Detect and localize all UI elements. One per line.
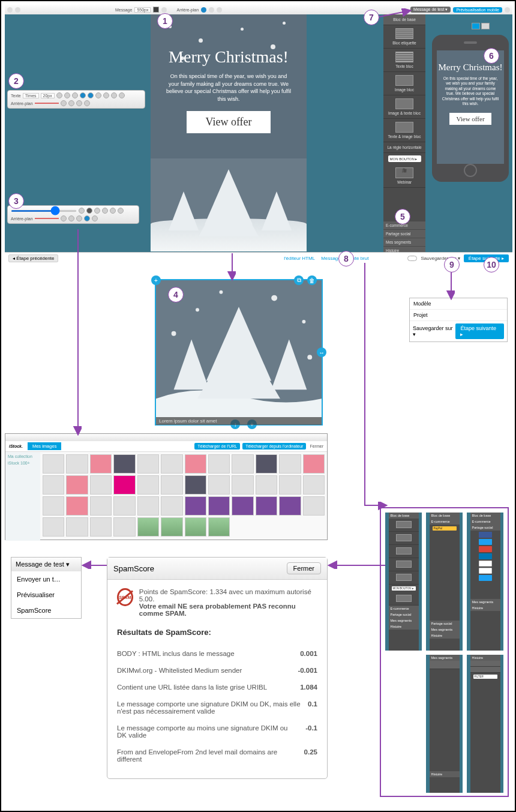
save-footer-save[interactable]: Sauvegarder sur ▾ bbox=[413, 325, 455, 337]
close-browser-link[interactable]: Fermer bbox=[310, 444, 323, 448]
block-item-text-img[interactable]: Texte & image bloc bbox=[383, 119, 425, 142]
istock-logo: iStock. bbox=[9, 444, 23, 448]
dd-item-send[interactable]: Envoyer un t… bbox=[11, 571, 81, 587]
block-item-texte[interactable]: Texte bloc bbox=[383, 49, 425, 72]
blocks-header: Bloc de base bbox=[383, 14, 425, 25]
bg-circle-icon[interactable] bbox=[201, 7, 206, 13]
fb-share-icon[interactable] bbox=[479, 532, 492, 538]
callout-2: 2 bbox=[8, 73, 24, 89]
tw-share-icon[interactable] bbox=[479, 539, 492, 545]
toolbar-label-message: Message bbox=[115, 8, 132, 12]
landscape-icon[interactable] bbox=[481, 23, 490, 29]
power-icon[interactable] bbox=[505, 7, 510, 13]
phone-orientation-toggle[interactable] bbox=[472, 23, 490, 29]
side-link-istock[interactable]: iStock 100+ bbox=[8, 461, 38, 465]
callout-4: 4 bbox=[168, 287, 184, 302]
tb2-label-texte: Texte bbox=[11, 94, 21, 98]
size-slider[interactable] bbox=[11, 210, 77, 212]
history-fwd-icon[interactable] bbox=[15, 7, 20, 13]
test-message-button[interactable]: Message de test ▾ bbox=[410, 7, 451, 13]
svg-point-15 bbox=[307, 355, 312, 359]
svg-marker-2 bbox=[169, 191, 199, 230]
portrait-icon[interactable] bbox=[472, 23, 480, 29]
blocks-footer-segments[interactable]: Mes segments bbox=[383, 238, 425, 246]
bg-circle-icon-3[interactable] bbox=[217, 7, 222, 13]
browser-sidebar: Ma collection iStock 100+ bbox=[5, 452, 40, 541]
bg-circle-icon-2[interactable] bbox=[209, 7, 214, 13]
canvas-body[interactable]: On this special time of the year, we wis… bbox=[151, 67, 307, 111]
g-share-icon[interactable] bbox=[479, 546, 492, 552]
image-caption[interactable]: Lorem ipsum dolor sit amet bbox=[156, 417, 322, 425]
dd-item-spamscore[interactable]: SpamScore bbox=[11, 603, 81, 618]
email-canvas[interactable]: Merry Christmas! On this special time of… bbox=[151, 14, 307, 251]
svg-marker-3 bbox=[262, 191, 292, 230]
dd-item-preview[interactable]: Prévisualiser bbox=[11, 587, 81, 603]
no-spam-icon: SPAM bbox=[117, 588, 133, 606]
image-icon bbox=[395, 75, 413, 86]
dd-header[interactable]: Message de test ▾ bbox=[11, 558, 81, 571]
image-format-toolbar[interactable]: Arrière-plan bbox=[7, 205, 139, 224]
save-footer-next[interactable]: Étape suivante ▸ bbox=[455, 323, 504, 339]
phone-cta: View offer bbox=[449, 113, 491, 125]
svg-point-10 bbox=[196, 308, 199, 311]
canvas-title[interactable]: Merry Christmas! bbox=[151, 47, 307, 67]
blocks-footer-social[interactable]: Partage social bbox=[383, 229, 425, 238]
image-browser: iStock. Mes images Télécharger de l'URL … bbox=[5, 433, 328, 540]
thumb[interactable] bbox=[43, 454, 64, 474]
delete-handle-icon[interactable]: 🗑 bbox=[307, 275, 317, 285]
hero-image[interactable] bbox=[151, 158, 307, 251]
resize-right-icon[interactable]: ↔ bbox=[317, 347, 326, 357]
save-row-modele[interactable]: Modèle bbox=[410, 298, 507, 310]
text-format-toolbar[interactable]: Texte Times 20px Arrière-plan bbox=[7, 90, 145, 109]
email-editor: Message 550px Arrière-plan Message de te… bbox=[5, 5, 512, 264]
my-images-tab[interactable]: Mes images bbox=[28, 442, 61, 450]
spam-close-button[interactable]: Fermer bbox=[287, 562, 321, 574]
webinar-icon: 🎥 bbox=[395, 167, 413, 178]
spamscore-panel: SpamScore Fermer SPAM Points de SpamScor… bbox=[107, 557, 328, 779]
callout-7: 7 bbox=[364, 10, 379, 25]
block-item-img-text[interactable]: Image & texte bloc bbox=[383, 95, 425, 119]
svg-marker-1 bbox=[199, 181, 259, 236]
bg-line-icon[interactable] bbox=[35, 103, 59, 104]
side-link-collection[interactable]: Ma collection bbox=[8, 454, 38, 459]
phone-body: On this special time of the year, we wis… bbox=[437, 73, 504, 110]
width-value[interactable]: 550px bbox=[134, 7, 151, 13]
phone-screen: Merry Christmas! On this special time of… bbox=[437, 50, 504, 164]
sidebar-panels-overview: Bloc de base MON BOUTON ▸ E-commerce Par… bbox=[380, 507, 509, 797]
mon-bouton-button[interactable]: MON BOUTON ▸ bbox=[388, 155, 421, 162]
editor-toolbar: Message 550px Arrière-plan Message de te… bbox=[5, 5, 512, 14]
panel-social: Bloc de base E-commerce Partage social M… bbox=[467, 513, 503, 651]
prev-step-button[interactable]: ◂ Étape précédente bbox=[8, 254, 58, 262]
panel-history: Histoire FILTER bbox=[467, 655, 503, 793]
block-item-image[interactable]: Image bloc bbox=[383, 72, 425, 95]
history-back-icon[interactable] bbox=[7, 7, 13, 13]
test-message-dropdown: Message de test ▾ Envoyer un t… Prévisua… bbox=[11, 557, 82, 619]
callout-1: 1 bbox=[157, 13, 173, 29]
align-icon[interactable] bbox=[56, 92, 62, 98]
in-share-icon[interactable] bbox=[479, 553, 492, 559]
mobile-preview-button[interactable]: Prévisualisation mobile bbox=[453, 7, 502, 13]
toggle-icon[interactable] bbox=[407, 256, 417, 261]
html-editor-link[interactable]: l'éditeur HTML bbox=[284, 256, 315, 261]
block-item-etiquette[interactable]: Bloc etiquette bbox=[383, 25, 425, 49]
upload-file-button[interactable]: Télécharger depuis l'ordinateur bbox=[242, 443, 306, 450]
upload-url-button[interactable]: Télécharger de l'URL bbox=[194, 443, 240, 450]
callout-8: 8 bbox=[338, 251, 354, 266]
svg-point-12 bbox=[302, 320, 305, 323]
toolbar-label-bg: Arrière-plan bbox=[176, 8, 199, 12]
block-item-rule[interactable]: La règle horizontale bbox=[383, 142, 425, 153]
svg-point-13 bbox=[219, 290, 223, 294]
cta-button[interactable]: View offer bbox=[187, 111, 271, 133]
block-item-webinar[interactable]: 🎥Webinar bbox=[383, 164, 425, 188]
save-row-projet[interactable]: Projet bbox=[410, 310, 507, 321]
delete-icon[interactable] bbox=[86, 208, 92, 214]
callout-5: 5 bbox=[395, 209, 410, 224]
callout-10: 10 bbox=[484, 257, 499, 272]
spam-intro-1: Points de SpamScore: 1.334 avec un maxim… bbox=[139, 588, 317, 603]
spam-intro-2: Votre email NE sera probablement PAS rec… bbox=[139, 603, 317, 617]
callout-9: 9 bbox=[444, 257, 460, 272]
copy-handle-icon[interactable]: ⧉ bbox=[294, 275, 304, 285]
bgcolor-swatch[interactable] bbox=[153, 7, 159, 13]
toolbar-dot-icon[interactable] bbox=[161, 7, 167, 13]
add-handle-icon[interactable]: + bbox=[151, 275, 161, 285]
